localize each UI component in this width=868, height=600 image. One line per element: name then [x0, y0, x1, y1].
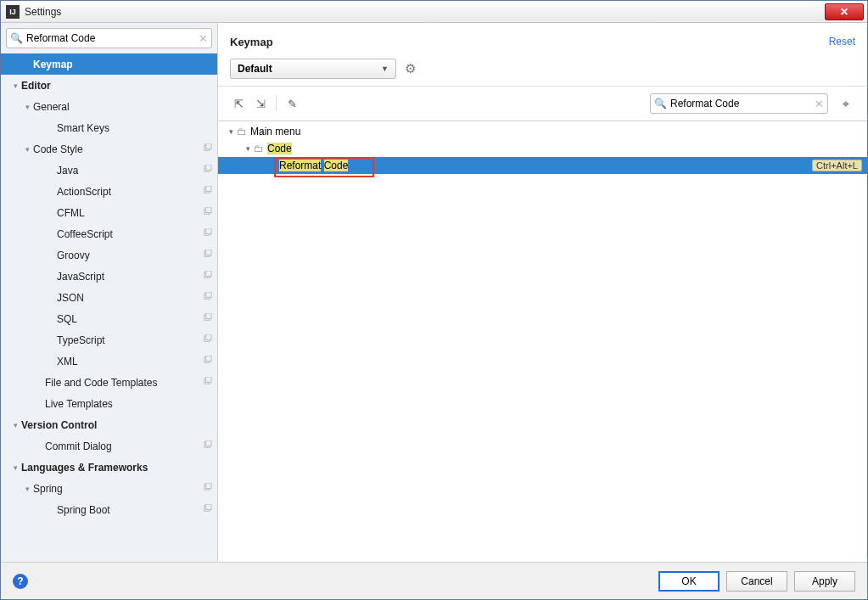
shortcut-badge: Ctrl+Alt+L	[812, 160, 862, 171]
expand-all-icon[interactable]: ⇱	[230, 95, 247, 112]
find-action-by-shortcut-icon[interactable]: ⌖	[837, 94, 855, 113]
scope-icon	[203, 334, 212, 345]
sidebar-item[interactable]: Smart Keys	[1, 117, 217, 138]
search-icon: 🔍	[10, 32, 23, 44]
keymap-tree[interactable]: ▾ 🗀 Main menu ▾ 🗀 Code Reformat Code Ctr…	[218, 121, 867, 562]
close-icon: ✕	[840, 6, 848, 18]
main-panel: Keymap Reset Default ▼ ⚙ ⇱ ⇲ ✎ 🔍 ✕	[218, 23, 867, 562]
sidebar: 🔍 ✕ Keymap▾Editor▾GeneralSmart Keys▾Code…	[1, 23, 218, 562]
scope-icon	[203, 143, 212, 154]
sidebar-item[interactable]: File and Code Templates	[1, 372, 217, 393]
scope-icon	[203, 186, 212, 197]
keymap-toolbar: ⇱ ⇲ ✎ 🔍 ✕ ⌖	[218, 87, 867, 121]
scope-icon	[203, 250, 212, 261]
svg-rect-25	[206, 313, 211, 318]
tree-item-code[interactable]: ▾ 🗀 Code	[218, 140, 867, 157]
sidebar-item[interactable]: ActionScript	[1, 181, 217, 202]
scope-icon	[203, 483, 212, 494]
settings-window: IJ Settings ✕ 🔍 ✕ Keymap▾Editor▾GeneralS…	[0, 0, 868, 600]
sidebar-item[interactable]: Groovy	[1, 244, 217, 266]
svg-rect-11	[206, 165, 211, 170]
scope-icon	[203, 440, 212, 451]
scope-icon	[203, 165, 212, 176]
sidebar-item-label: Editor	[21, 80, 203, 92]
keymap-search-input[interactable]	[669, 97, 815, 110]
sidebar-item[interactable]: CoffeeScript	[1, 223, 217, 244]
sidebar-item[interactable]: Keymap	[1, 53, 217, 75]
sidebar-tree[interactable]: Keymap▾Editor▾GeneralSmart Keys▾Code Sty…	[1, 53, 217, 562]
sidebar-item-label: Version Control	[21, 419, 203, 431]
chevron-down-icon: ▼	[381, 64, 389, 73]
keymap-scheme-label: Default	[238, 63, 381, 75]
collapse-all-icon[interactable]: ⇲	[252, 95, 269, 112]
window-close-button[interactable]: ✕	[825, 3, 864, 20]
ok-button[interactable]: OK	[658, 571, 720, 592]
sidebar-item[interactable]: JavaScript	[1, 266, 217, 287]
content-area: 🔍 ✕ Keymap▾Editor▾GeneralSmart Keys▾Code…	[1, 23, 867, 562]
sidebar-item[interactable]: TypeScript	[1, 329, 217, 350]
keymap-scheme-bar: Default ▼ ⚙	[218, 52, 867, 87]
sidebar-item[interactable]: JSON	[1, 287, 217, 308]
svg-rect-29	[206, 356, 211, 361]
sidebar-item[interactable]: XML	[1, 350, 217, 372]
edit-shortcut-icon[interactable]: ✎	[283, 95, 300, 112]
svg-rect-15	[206, 207, 211, 212]
sidebar-item[interactable]: Spring Boot	[1, 499, 217, 520]
svg-rect-43	[206, 504, 211, 509]
tree-item-main-menu[interactable]: ▾ 🗀 Main menu	[218, 123, 867, 140]
keymap-scheme-select[interactable]: Default ▼	[230, 59, 396, 79]
sidebar-item-label: Spring	[33, 483, 203, 495]
scope-icon	[203, 504, 212, 515]
svg-rect-17	[206, 228, 211, 233]
sidebar-item[interactable]: ▾Spring	[1, 478, 217, 499]
sidebar-item-label: General	[33, 101, 203, 113]
svg-rect-9	[206, 143, 211, 149]
chevron-down-icon: ▾	[9, 81, 21, 90]
gear-icon[interactable]: ⚙	[405, 61, 416, 76]
sidebar-item[interactable]: Live Templates	[1, 393, 217, 414]
sidebar-item-label: TypeScript	[57, 334, 203, 346]
sidebar-item[interactable]: ▾Version Control	[1, 414, 217, 435]
reset-link[interactable]: Reset	[829, 36, 855, 48]
clear-search-icon[interactable]: ✕	[199, 32, 208, 45]
apply-button[interactable]: Apply	[794, 571, 855, 592]
chevron-down-icon: ▾	[21, 145, 33, 154]
sidebar-item[interactable]: Java	[1, 160, 217, 181]
svg-rect-27	[206, 334, 211, 339]
sidebar-item-label: Java	[57, 165, 203, 177]
sidebar-search-input[interactable]	[25, 31, 199, 45]
tree-item-label: Reformat Code	[279, 160, 348, 171]
scope-icon	[203, 228, 212, 239]
cancel-button[interactable]: Cancel	[726, 571, 787, 592]
svg-rect-41	[206, 483, 211, 488]
sidebar-search[interactable]: 🔍 ✕	[6, 28, 212, 48]
sidebar-item[interactable]: Commit Dialog	[1, 435, 217, 457]
sidebar-item[interactable]: SQL	[1, 308, 217, 329]
svg-rect-13	[206, 186, 211, 191]
scope-icon	[203, 377, 212, 388]
sidebar-item[interactable]: CFML	[1, 202, 217, 223]
svg-rect-23	[206, 292, 211, 297]
sidebar-item-label: XML	[57, 356, 203, 367]
sidebar-item-label: JSON	[57, 292, 203, 304]
sidebar-item-label: Smart Keys	[57, 122, 203, 134]
sidebar-item-label: CoffeeScript	[57, 228, 203, 240]
sidebar-item[interactable]: ▾Code Style	[1, 138, 217, 160]
scope-icon	[203, 356, 212, 367]
sidebar-item-label: ActionScript	[57, 186, 203, 198]
sidebar-item[interactable]: ▾Languages & Frameworks	[1, 457, 217, 478]
svg-rect-31	[206, 377, 211, 382]
chevron-down-icon: ▾	[9, 463, 21, 472]
help-button[interactable]: ?	[13, 574, 28, 589]
keymap-search[interactable]: 🔍 ✕	[650, 93, 828, 114]
sidebar-item-label: Groovy	[57, 250, 203, 261]
tree-item-label: Main menu	[250, 126, 300, 137]
sidebar-item-label: Keymap	[33, 59, 203, 70]
sidebar-item-label: JavaScript	[57, 271, 203, 283]
sidebar-search-wrap: 🔍 ✕	[1, 23, 217, 53]
clear-search-icon[interactable]: ✕	[815, 98, 824, 110]
sidebar-item[interactable]: ▾General	[1, 96, 217, 117]
sidebar-item[interactable]: ▾Editor	[1, 75, 217, 96]
tree-item-reformat-code[interactable]: Reformat Code Ctrl+Alt+L	[218, 157, 867, 174]
sidebar-item-label: File and Code Templates	[45, 377, 203, 389]
